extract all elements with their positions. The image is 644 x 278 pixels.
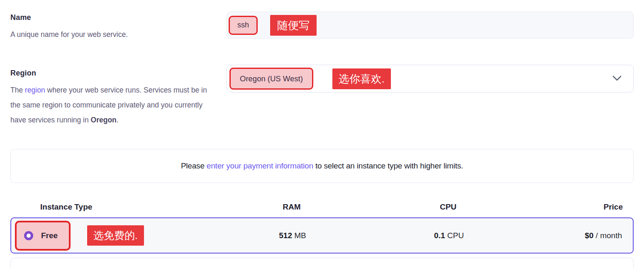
name-value: ssh — [237, 21, 249, 29]
payment-info-link[interactable]: enter your payment information — [207, 161, 313, 170]
header-price: Price — [473, 202, 634, 212]
cpu-cell: 0.1 CPU — [424, 231, 473, 240]
ram-cell: 512 MB — [161, 231, 424, 240]
instance-row-partial[interactable] — [10, 258, 634, 268]
name-field-row: Name A unique name for your web service.… — [10, 12, 634, 42]
radio-selected-icon[interactable] — [24, 231, 33, 240]
price-cell: $0 / month — [473, 231, 633, 240]
price-unit: / month — [593, 231, 622, 240]
name-annotation: 随便写 — [270, 15, 317, 36]
ram-unit: MB — [292, 231, 306, 240]
cpu-value: 0.1 — [434, 231, 445, 240]
region-link[interactable]: region — [25, 86, 45, 94]
region-annotation: 选你喜欢. — [332, 68, 391, 89]
ram-value: 512 — [279, 231, 292, 240]
chevron-down-icon — [612, 75, 622, 83]
free-annotation: 选免费的. — [87, 225, 144, 246]
region-desc-part3: . — [117, 116, 119, 124]
region-field-row: Region The region where your web service… — [10, 65, 634, 127]
name-field-control: ssh 随便写 — [227, 12, 634, 39]
instance-table-header: Instance Type RAM CPU Price — [10, 202, 634, 212]
region-field-description: The region where your web service runs. … — [10, 83, 215, 127]
instance-row-free[interactable]: Free 选免费的. 512 MB 0.1 CPU $0 / month — [10, 217, 634, 254]
name-field-label: Name — [10, 13, 227, 22]
notice-part1: Please — [181, 161, 207, 170]
region-select[interactable]: Oregon (US West) 选你喜欢. — [227, 65, 634, 93]
header-instance-type: Instance Type — [10, 202, 160, 212]
instance-type-label: Free — [41, 231, 58, 240]
region-field-label: Region — [10, 69, 227, 78]
name-field-description: A unique name for your web service. — [10, 27, 215, 42]
region-desc-part1: The — [10, 86, 25, 94]
header-ram: RAM — [160, 202, 424, 212]
name-field-labels: Name A unique name for your web service. — [10, 12, 227, 42]
name-value-highlight: ssh — [229, 16, 258, 35]
region-value: Oregon (US West) — [240, 74, 303, 83]
region-field-control: Oregon (US West) 选你喜欢. — [227, 65, 634, 93]
region-value-highlight: Oregon (US West) — [229, 68, 313, 90]
free-option-highlight: Free — [15, 221, 71, 251]
region-current: Oregon — [91, 116, 117, 124]
payment-notice: Please enter your payment information to… — [10, 149, 634, 183]
instance-type-cell: Free 选免费的. — [11, 221, 161, 251]
header-cpu: CPU — [424, 202, 473, 212]
price-value: $0 — [585, 231, 593, 240]
name-input[interactable]: ssh 随便写 — [227, 12, 634, 39]
notice-part2: to select an instance type with higher l… — [313, 161, 463, 170]
notice-text: Please enter your payment information to… — [181, 161, 463, 171]
region-field-labels: Region The region where your web service… — [10, 65, 227, 127]
create-web-service-form: Name A unique name for your web service.… — [0, 0, 644, 278]
cpu-unit: CPU — [445, 231, 464, 240]
